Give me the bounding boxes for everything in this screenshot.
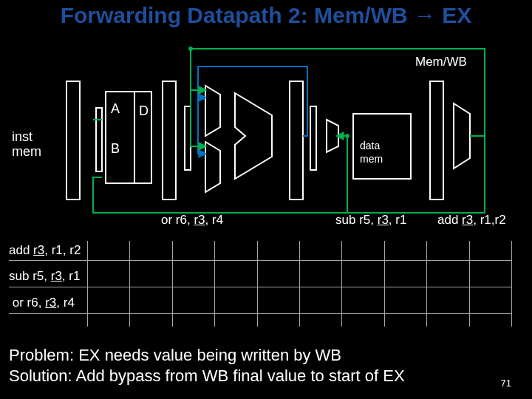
port-a-label: A (111, 101, 120, 116)
svg-rect-6 (290, 81, 303, 200)
svg-rect-7 (310, 106, 316, 170)
svg-point-10 (188, 47, 193, 51)
dmem-label-1: data (360, 140, 380, 151)
svg-rect-0 (66, 81, 80, 200)
stage-instr-add: add r3, r1,r2 (437, 213, 506, 228)
page-title: Forwarding Datapath 2: Mem/WB → EX (0, 3, 532, 28)
svg-rect-1 (96, 108, 102, 171)
page-number: 71 (501, 378, 511, 389)
port-d-label: D (139, 103, 149, 118)
explanation-text: Problem: EX needs value being written by… (9, 345, 495, 386)
stage-instr-or: or r6, r3, r4 (161, 213, 223, 228)
svg-rect-5 (185, 106, 191, 170)
grid-instr-add: add r3, r1, r2 (9, 243, 81, 258)
dmem-label-2: mem (360, 153, 383, 165)
stage-instr-sub: sub r5, r3, r1 (335, 213, 406, 228)
svg-rect-9 (430, 81, 443, 200)
memwb-reg-label: Mem/WB (415, 55, 467, 69)
imem-label: instmem (12, 130, 41, 160)
grid-instr-or: or r6, r3, r4 (9, 296, 75, 310)
grid-instr-sub: sub r5, r3, r1 (9, 269, 80, 284)
svg-point-11 (345, 134, 349, 138)
svg-rect-4 (163, 81, 176, 200)
port-b-label: B (111, 141, 120, 156)
pipeline-timing-grid: add r3, r1, r2 sub r5, r3, r1 or r6, r3,… (9, 241, 511, 327)
